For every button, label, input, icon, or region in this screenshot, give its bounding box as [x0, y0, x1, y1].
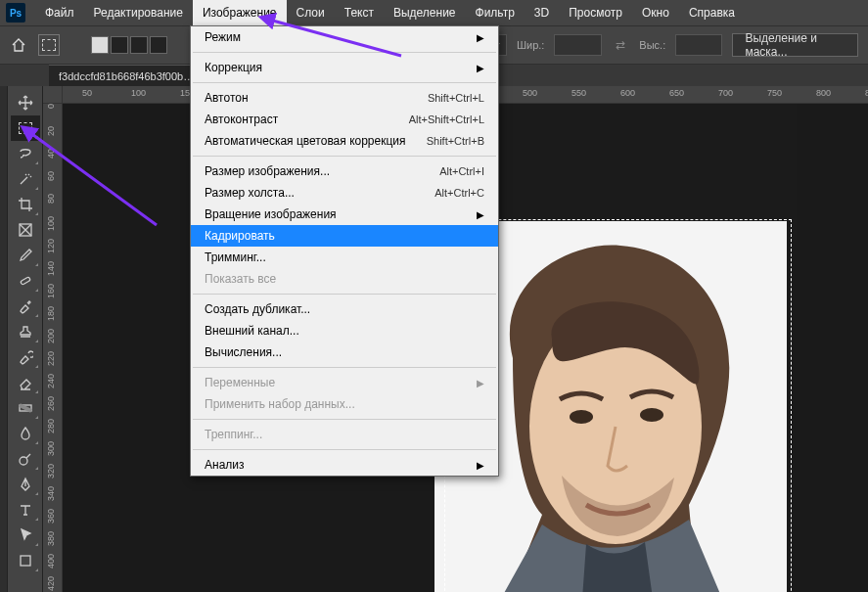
menu-item-label: Коррекция — [205, 61, 262, 74]
frame-tool-icon[interactable] — [11, 217, 40, 243]
ruler-tick: 200 — [46, 329, 56, 343]
menu-окно[interactable]: Окно — [632, 0, 679, 25]
menu-выделение[interactable]: Выделение — [384, 0, 466, 25]
brush-tool-icon[interactable] — [11, 294, 40, 319]
submenu-arrow-icon: ▶ — [477, 209, 484, 220]
menu-item-label: Кадрировать — [205, 229, 275, 243]
menu-item[interactable]: Вычисления... — [191, 342, 498, 363]
tool-palette — [8, 86, 43, 592]
menu-separator — [193, 52, 496, 53]
ruler-tick: 800 — [816, 88, 831, 98]
marquee-tool-icon[interactable] — [11, 115, 40, 141]
eraser-tool-icon[interactable] — [11, 370, 40, 395]
ps-logo-icon: Ps — [6, 3, 25, 23]
magic-wand-tool-icon[interactable] — [11, 166, 40, 192]
eyedropper-tool-icon[interactable] — [11, 243, 40, 268]
history-brush-tool-icon[interactable] — [11, 344, 40, 370]
menu-3d[interactable]: 3D — [525, 0, 559, 25]
menu-item-label: Режим — [205, 30, 241, 44]
menu-item[interactable]: АвтоконтрастAlt+Shift+Ctrl+L — [191, 109, 498, 130]
panel-collapse-strip[interactable] — [0, 86, 8, 592]
menu-item[interactable]: Размер холста...Alt+Ctrl+C — [191, 182, 498, 204]
gradient-tool-icon[interactable] — [11, 395, 40, 421]
menu-item-label: Вращение изображения — [205, 207, 337, 221]
submenu-arrow-icon: ▶ — [477, 32, 484, 43]
ruler-tick: 300 — [46, 441, 56, 456]
menu-item-label: Переменные — [205, 376, 275, 389]
blur-tool-icon[interactable] — [11, 421, 40, 446]
selection-mode-swatches[interactable] — [91, 36, 167, 54]
menu-item[interactable]: Вращение изображения▶ — [191, 204, 498, 225]
ruler-tick: 500 — [523, 88, 537, 98]
menu-редактирование[interactable]: Редактирование — [84, 0, 193, 25]
ruler-tick: 220 — [46, 351, 56, 366]
menu-item-label: Анализ — [205, 458, 245, 472]
menu-слои[interactable]: Слои — [287, 0, 335, 25]
type-tool-icon[interactable] — [11, 497, 40, 523]
ruler-tick: 180 — [46, 306, 56, 321]
menu-item[interactable]: Размер изображения...Alt+Ctrl+I — [191, 160, 498, 182]
ruler-tick: 160 — [46, 284, 56, 298]
menu-item-label: Автотон — [205, 91, 249, 105]
menu-item[interactable]: Тримминг... — [191, 247, 498, 268]
swap-dimensions-icon[interactable]: ⇄ — [612, 34, 630, 56]
menu-item[interactable]: Кадрировать — [191, 225, 498, 247]
menu-item-label: Вычисления... — [205, 345, 282, 359]
menu-item[interactable]: Коррекция▶ — [191, 57, 498, 78]
ruler-tick: 20 — [46, 126, 56, 136]
menu-item[interactable]: Режим▶ — [191, 26, 498, 48]
ruler-tick: 600 — [620, 88, 635, 98]
menu-item: Переменные▶ — [191, 372, 498, 393]
home-icon[interactable] — [10, 34, 28, 56]
ruler-tick: 750 — [767, 88, 782, 98]
menu-item: Треппинг... — [191, 424, 498, 445]
ruler-tick: 260 — [46, 396, 56, 411]
menu-item-label: Показать все — [205, 272, 276, 286]
height-input[interactable] — [675, 34, 722, 56]
ruler-vertical[interactable]: 0204060801001201401601802002202402602803… — [43, 104, 63, 592]
menubar: Ps ФайлРедактированиеИзображениеСлоиТекс… — [0, 0, 868, 25]
menu-item-label: Применить набор данных... — [205, 397, 355, 411]
ruler-origin[interactable] — [43, 86, 63, 104]
ruler-tick: 40 — [46, 149, 56, 159]
healing-tool-icon[interactable] — [11, 268, 40, 294]
width-input[interactable] — [554, 34, 601, 56]
menu-просмотр[interactable]: Просмотр — [559, 0, 632, 25]
move-tool-icon[interactable] — [11, 90, 40, 115]
ruler-tick: 320 — [46, 464, 56, 478]
ruler-tick: 340 — [46, 486, 56, 501]
shape-tool-icon[interactable] — [11, 548, 40, 573]
stamp-tool-icon[interactable] — [11, 319, 40, 344]
active-tool-preview-icon[interactable] — [38, 34, 61, 56]
menu-shortcut: Alt+Ctrl+I — [439, 165, 484, 177]
ruler-tick: 60 — [46, 171, 56, 181]
menu-separator — [193, 156, 496, 157]
ruler-tick: 360 — [46, 509, 56, 524]
ruler-tick: 550 — [571, 88, 586, 98]
submenu-arrow-icon: ▶ — [477, 460, 484, 471]
menu-изображение[interactable]: Изображение — [193, 0, 287, 25]
ruler-tick: 120 — [46, 239, 56, 253]
menu-item[interactable]: АвтотонShift+Ctrl+L — [191, 87, 498, 109]
ruler-tick: 100 — [131, 88, 146, 98]
select-and-mask-button[interactable]: Выделение и маска... — [732, 33, 858, 57]
crop-tool-icon[interactable] — [11, 192, 40, 217]
menu-item[interactable]: Автоматическая цветовая коррекцияShift+C… — [191, 130, 498, 152]
menu-item[interactable]: Анализ▶ — [191, 454, 498, 476]
menu-item-label: Автоконтраст — [205, 113, 278, 126]
dodge-tool-icon[interactable] — [11, 446, 40, 472]
lasso-tool-icon[interactable] — [11, 141, 40, 166]
width-label: Шир.: — [517, 39, 544, 51]
menu-фильтр[interactable]: Фильтр — [466, 0, 525, 25]
menu-item-label: Размер холста... — [205, 186, 295, 200]
menu-файл[interactable]: Файл — [35, 0, 84, 25]
menu-item[interactable]: Создать дубликат... — [191, 298, 498, 320]
menu-separator — [193, 294, 496, 295]
svg-rect-1 — [20, 277, 30, 285]
path-select-tool-icon[interactable] — [11, 523, 40, 548]
menu-shortcut: Alt+Ctrl+C — [434, 187, 484, 199]
pen-tool-icon[interactable] — [11, 472, 40, 497]
menu-справка[interactable]: Справка — [679, 0, 745, 25]
menu-item[interactable]: Внешний канал... — [191, 320, 498, 342]
menu-текст[interactable]: Текст — [335, 0, 384, 25]
